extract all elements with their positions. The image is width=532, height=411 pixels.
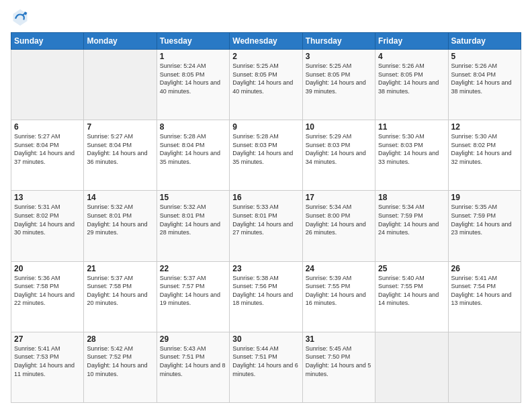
day-number: 31 (306, 334, 372, 344)
weekday-wednesday: Wednesday (230, 33, 302, 50)
logo (11, 8, 32, 27)
calendar-cell: 5Sunrise: 5:26 AMSunset: 8:04 PMDaylight… (448, 50, 521, 120)
weekday-friday: Friday (375, 33, 448, 50)
calendar-cell: 9Sunrise: 5:28 AMSunset: 8:03 PMDaylight… (230, 120, 302, 191)
calendar-cell: 2Sunrise: 5:25 AMSunset: 8:05 PMDaylight… (230, 50, 302, 120)
calendar-cell (375, 332, 448, 402)
weekday-monday: Monday (84, 33, 157, 50)
week-row-2: 6Sunrise: 5:27 AMSunset: 8:04 PMDaylight… (11, 120, 521, 191)
calendar-cell: 17Sunrise: 5:34 AMSunset: 8:00 PMDayligh… (302, 191, 375, 261)
weekday-saturday: Saturday (448, 33, 521, 50)
calendar-table: SundayMondayTuesdayWednesdayThursdayFrid… (11, 32, 521, 403)
cell-info: Sunrise: 5:31 AMSunset: 8:02 PMDaylight:… (14, 203, 81, 236)
cell-info: Sunrise: 5:42 AMSunset: 7:52 PMDaylight:… (87, 345, 153, 378)
day-number: 17 (306, 193, 372, 202)
calendar-body: 1Sunrise: 5:24 AMSunset: 8:05 PMDaylight… (11, 50, 521, 403)
calendar-cell: 28Sunrise: 5:42 AMSunset: 7:52 PMDayligh… (84, 332, 157, 402)
cell-info: Sunrise: 5:34 AMSunset: 8:00 PMDaylight:… (306, 203, 372, 236)
day-number: 1 (160, 52, 226, 61)
calendar-cell: 3Sunrise: 5:25 AMSunset: 8:05 PMDaylight… (302, 50, 375, 120)
calendar-cell: 18Sunrise: 5:34 AMSunset: 7:59 PMDayligh… (375, 191, 448, 261)
day-number: 25 (378, 264, 445, 273)
day-number: 14 (87, 193, 153, 202)
calendar-cell: 12Sunrise: 5:30 AMSunset: 8:02 PMDayligh… (448, 120, 521, 191)
weekday-sunday: Sunday (11, 33, 84, 50)
calendar-cell (84, 50, 157, 120)
calendar-cell: 15Sunrise: 5:32 AMSunset: 8:01 PMDayligh… (157, 191, 229, 261)
calendar-cell: 27Sunrise: 5:41 AMSunset: 7:53 PMDayligh… (11, 332, 84, 402)
cell-info: Sunrise: 5:37 AMSunset: 7:58 PMDaylight:… (87, 274, 153, 308)
calendar-cell: 10Sunrise: 5:29 AMSunset: 8:03 PMDayligh… (302, 120, 375, 191)
calendar-cell: 13Sunrise: 5:31 AMSunset: 8:02 PMDayligh… (11, 191, 84, 261)
cell-info: Sunrise: 5:39 AMSunset: 7:55 PMDaylight:… (306, 274, 372, 308)
header (11, 8, 521, 27)
calendar-cell: 24Sunrise: 5:39 AMSunset: 7:55 PMDayligh… (302, 261, 375, 332)
calendar-cell: 23Sunrise: 5:38 AMSunset: 7:56 PMDayligh… (230, 261, 302, 332)
cell-info: Sunrise: 5:29 AMSunset: 8:03 PMDaylight:… (306, 132, 372, 166)
day-number: 3 (306, 52, 372, 61)
cell-info: Sunrise: 5:44 AMSunset: 7:51 PMDaylight:… (232, 345, 299, 378)
calendar-cell: 20Sunrise: 5:36 AMSunset: 7:58 PMDayligh… (11, 261, 84, 332)
calendar-cell: 30Sunrise: 5:44 AMSunset: 7:51 PMDayligh… (230, 332, 302, 402)
cell-info: Sunrise: 5:36 AMSunset: 7:58 PMDaylight:… (14, 274, 81, 308)
cell-info: Sunrise: 5:43 AMSunset: 7:51 PMDaylight:… (160, 345, 226, 378)
week-row-4: 20Sunrise: 5:36 AMSunset: 7:58 PMDayligh… (11, 261, 521, 332)
calendar-cell: 25Sunrise: 5:40 AMSunset: 7:55 PMDayligh… (375, 261, 448, 332)
calendar-cell (448, 332, 521, 402)
day-number: 21 (87, 264, 153, 273)
day-number: 11 (378, 122, 445, 132)
day-number: 23 (232, 264, 299, 273)
week-row-1: 1Sunrise: 5:24 AMSunset: 8:05 PMDaylight… (11, 50, 521, 120)
calendar-cell: 22Sunrise: 5:37 AMSunset: 7:57 PMDayligh… (157, 261, 229, 332)
day-number: 7 (87, 122, 153, 132)
cell-info: Sunrise: 5:37 AMSunset: 7:57 PMDaylight:… (160, 274, 226, 308)
weekday-tuesday: Tuesday (157, 33, 229, 50)
cell-info: Sunrise: 5:40 AMSunset: 7:55 PMDaylight:… (378, 274, 445, 308)
day-number: 28 (87, 334, 153, 344)
day-number: 18 (378, 193, 445, 202)
calendar-cell: 1Sunrise: 5:24 AMSunset: 8:05 PMDaylight… (157, 50, 229, 120)
day-number: 26 (451, 264, 518, 273)
calendar-cell: 26Sunrise: 5:41 AMSunset: 7:54 PMDayligh… (448, 261, 521, 332)
day-number: 8 (160, 122, 226, 132)
page: SundayMondayTuesdayWednesdayThursdayFrid… (0, 0, 532, 411)
calendar-cell: 4Sunrise: 5:26 AMSunset: 8:05 PMDaylight… (375, 50, 448, 120)
calendar-cell: 16Sunrise: 5:33 AMSunset: 8:01 PMDayligh… (230, 191, 302, 261)
calendar-cell: 31Sunrise: 5:45 AMSunset: 7:50 PMDayligh… (302, 332, 375, 402)
day-number: 27 (14, 334, 81, 344)
day-number: 9 (232, 122, 299, 132)
cell-info: Sunrise: 5:41 AMSunset: 7:54 PMDaylight:… (451, 274, 518, 308)
calendar-cell: 8Sunrise: 5:28 AMSunset: 8:04 PMDaylight… (157, 120, 229, 191)
day-number: 16 (232, 193, 299, 202)
day-number: 2 (232, 52, 299, 61)
calendar-cell: 21Sunrise: 5:37 AMSunset: 7:58 PMDayligh… (84, 261, 157, 332)
day-number: 24 (306, 264, 372, 273)
week-row-5: 27Sunrise: 5:41 AMSunset: 7:53 PMDayligh… (11, 332, 521, 402)
day-number: 22 (160, 264, 226, 273)
cell-info: Sunrise: 5:33 AMSunset: 8:01 PMDaylight:… (232, 203, 299, 236)
cell-info: Sunrise: 5:30 AMSunset: 8:02 PMDaylight:… (451, 132, 518, 166)
cell-info: Sunrise: 5:28 AMSunset: 8:03 PMDaylight:… (232, 132, 299, 166)
cell-info: Sunrise: 5:41 AMSunset: 7:53 PMDaylight:… (14, 345, 81, 378)
day-number: 29 (160, 334, 226, 344)
calendar-header: SundayMondayTuesdayWednesdayThursdayFrid… (11, 33, 521, 50)
day-number: 6 (14, 122, 81, 132)
cell-info: Sunrise: 5:25 AMSunset: 8:05 PMDaylight:… (306, 62, 372, 95)
logo-icon (11, 8, 30, 27)
cell-info: Sunrise: 5:35 AMSunset: 7:59 PMDaylight:… (451, 203, 518, 236)
calendar-cell: 11Sunrise: 5:30 AMSunset: 8:03 PMDayligh… (375, 120, 448, 191)
calendar-cell: 7Sunrise: 5:27 AMSunset: 8:04 PMDaylight… (84, 120, 157, 191)
calendar-cell: 29Sunrise: 5:43 AMSunset: 7:51 PMDayligh… (157, 332, 229, 402)
day-number: 12 (451, 122, 518, 132)
calendar-cell: 6Sunrise: 5:27 AMSunset: 8:04 PMDaylight… (11, 120, 84, 191)
cell-info: Sunrise: 5:24 AMSunset: 8:05 PMDaylight:… (160, 62, 226, 95)
cell-info: Sunrise: 5:26 AMSunset: 8:04 PMDaylight:… (451, 62, 518, 95)
cell-info: Sunrise: 5:25 AMSunset: 8:05 PMDaylight:… (232, 62, 299, 95)
cell-info: Sunrise: 5:32 AMSunset: 8:01 PMDaylight:… (87, 203, 153, 236)
cell-info: Sunrise: 5:27 AMSunset: 8:04 PMDaylight:… (14, 132, 81, 166)
day-number: 19 (451, 193, 518, 202)
cell-info: Sunrise: 5:27 AMSunset: 8:04 PMDaylight:… (87, 132, 153, 166)
cell-info: Sunrise: 5:26 AMSunset: 8:05 PMDaylight:… (378, 62, 445, 95)
weekday-row: SundayMondayTuesdayWednesdayThursdayFrid… (11, 33, 521, 50)
day-number: 5 (451, 52, 518, 61)
